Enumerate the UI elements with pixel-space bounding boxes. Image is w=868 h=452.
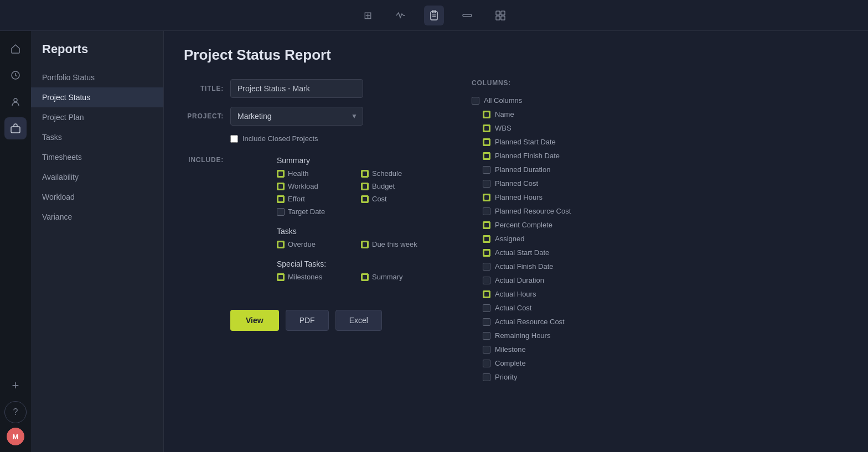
user-avatar[interactable]: M bbox=[7, 428, 24, 445]
col-priority[interactable]: Priority bbox=[472, 370, 846, 381]
col-actual-resource-cost[interactable]: Actual Resource Cost bbox=[472, 315, 846, 329]
planned-resource-cost-checkbox[interactable] bbox=[483, 207, 490, 215]
milestones-checkbox[interactable] bbox=[277, 273, 285, 281]
col-percent-complete[interactable]: Percent Complete bbox=[472, 218, 846, 232]
sidebar-item-tasks[interactable]: Tasks bbox=[31, 127, 163, 147]
col-milestone[interactable]: Milestone bbox=[472, 342, 846, 356]
add-nav-btn[interactable]: + bbox=[4, 375, 27, 397]
actual-start-checkbox[interactable] bbox=[483, 249, 490, 257]
name-checkbox[interactable] bbox=[483, 111, 490, 118]
actual-duration-checkbox[interactable] bbox=[483, 277, 490, 284]
wbs-checkbox[interactable] bbox=[483, 124, 490, 132]
percent-complete-checkbox[interactable] bbox=[483, 221, 490, 229]
sidebar: Reports Portfolio Status Project Status … bbox=[31, 31, 164, 452]
overdue-check[interactable]: Overdue bbox=[277, 240, 354, 248]
workload-checkbox[interactable] bbox=[277, 183, 285, 190]
sidebar-item-variance[interactable]: Variance bbox=[31, 207, 163, 227]
main-content: Project Status Report TITLE: PROJECT: Ma… bbox=[164, 31, 868, 452]
help-nav-btn[interactable]: ? bbox=[4, 401, 27, 423]
col-actual-finish-date[interactable]: Actual Finish Date bbox=[472, 259, 846, 273]
pdf-button[interactable]: PDF bbox=[286, 310, 329, 331]
milestone-checkbox[interactable] bbox=[483, 346, 490, 354]
planned-cost-checkbox[interactable] bbox=[483, 180, 490, 188]
assigned-checkbox[interactable] bbox=[483, 235, 490, 243]
sidebar-item-portfolio-status[interactable]: Portfolio Status bbox=[31, 67, 163, 87]
columns-scroll[interactable]: All Columns Name WBS Planned Start Date bbox=[472, 93, 848, 381]
home-nav-btn[interactable] bbox=[4, 38, 27, 60]
effort-checkbox[interactable] bbox=[277, 195, 285, 203]
col-planned-finish-date[interactable]: Planned Finish Date bbox=[472, 149, 846, 163]
project-select[interactable]: Marketing Sales Engineering HR bbox=[230, 107, 363, 126]
icon-nav-bottom: + ? M bbox=[4, 375, 27, 452]
all-columns-checkbox[interactable] bbox=[472, 97, 479, 105]
col-planned-hours[interactable]: Planned Hours bbox=[472, 190, 846, 204]
include-closed-checkbox[interactable] bbox=[230, 135, 238, 143]
workload-check[interactable]: Workload bbox=[277, 182, 354, 190]
col-assigned[interactable]: Assigned bbox=[472, 232, 846, 246]
milestones-check[interactable]: Milestones bbox=[277, 273, 354, 281]
link-toolbar-btn[interactable] bbox=[457, 6, 477, 25]
target-date-check[interactable]: Target Date bbox=[277, 207, 354, 216]
clipboard-toolbar-btn[interactable] bbox=[424, 6, 444, 25]
col-actual-hours[interactable]: Actual Hours bbox=[472, 287, 846, 301]
actual-hours-checkbox[interactable] bbox=[483, 290, 490, 298]
budget-check[interactable]: Budget bbox=[361, 182, 438, 190]
planned-finish-checkbox[interactable] bbox=[483, 152, 490, 160]
planned-hours-checkbox[interactable] bbox=[483, 194, 490, 201]
cost-checkbox[interactable] bbox=[361, 195, 369, 203]
col-name[interactable]: Name bbox=[472, 107, 846, 121]
pulse-toolbar-btn[interactable] bbox=[391, 6, 411, 25]
sidebar-item-workload[interactable]: Workload bbox=[31, 187, 163, 207]
planned-duration-checkbox[interactable] bbox=[483, 166, 490, 174]
health-check[interactable]: Health bbox=[277, 169, 354, 178]
form-left: TITLE: PROJECT: Marketing Sales Engineer… bbox=[184, 79, 438, 331]
priority-checkbox[interactable] bbox=[483, 373, 490, 381]
layout-toolbar-btn[interactable] bbox=[490, 6, 510, 25]
excel-button[interactable]: Excel bbox=[335, 310, 382, 331]
cost-check[interactable]: Cost bbox=[361, 195, 438, 203]
actual-finish-checkbox[interactable] bbox=[483, 263, 490, 271]
col-actual-cost[interactable]: Actual Cost bbox=[472, 301, 846, 315]
overdue-checkbox[interactable] bbox=[277, 241, 285, 248]
actual-cost-checkbox[interactable] bbox=[483, 304, 490, 312]
col-planned-start-date[interactable]: Planned Start Date bbox=[472, 135, 846, 149]
col-planned-resource-cost[interactable]: Planned Resource Cost bbox=[472, 204, 846, 218]
clock-nav-btn[interactable] bbox=[4, 64, 27, 86]
target-date-checkbox[interactable] bbox=[277, 208, 285, 216]
svg-rect-6 bbox=[501, 11, 505, 15]
col-wbs[interactable]: WBS bbox=[472, 121, 846, 135]
remaining-hours-checkbox[interactable] bbox=[483, 332, 490, 340]
sidebar-item-timesheets[interactable]: Timesheets bbox=[31, 147, 163, 167]
summary-check[interactable]: Summary bbox=[361, 273, 438, 281]
col-complete[interactable]: Complete bbox=[472, 356, 846, 370]
summary-special-checkbox[interactable] bbox=[361, 273, 369, 281]
sidebar-item-availability[interactable]: Availability bbox=[31, 167, 163, 187]
complete-checkbox[interactable] bbox=[483, 360, 490, 367]
due-this-week-checkbox[interactable] bbox=[361, 241, 369, 248]
col-all-columns[interactable]: All Columns bbox=[472, 93, 846, 107]
actual-resource-cost-checkbox[interactable] bbox=[483, 318, 490, 326]
col-planned-cost[interactable]: Planned Cost bbox=[472, 176, 846, 190]
sidebar-item-project-plan[interactable]: Project Plan bbox=[31, 107, 163, 127]
col-actual-duration[interactable]: Actual Duration bbox=[472, 273, 846, 287]
svg-rect-8 bbox=[501, 16, 505, 20]
view-button[interactable]: View bbox=[230, 310, 279, 331]
search-toolbar-btn[interactable]: ⊞ bbox=[358, 6, 378, 25]
briefcase-nav-btn[interactable] bbox=[4, 117, 27, 139]
page-title: Project Status Report bbox=[184, 46, 848, 64]
col-planned-duration[interactable]: Planned Duration bbox=[472, 163, 846, 176]
effort-check[interactable]: Effort bbox=[277, 195, 354, 203]
col-actual-start-date[interactable]: Actual Start Date bbox=[472, 246, 846, 259]
budget-checkbox[interactable] bbox=[361, 183, 369, 190]
sidebar-item-project-status[interactable]: Project Status bbox=[31, 87, 163, 107]
planned-start-checkbox[interactable] bbox=[483, 138, 490, 146]
schedule-checkbox[interactable] bbox=[361, 170, 369, 178]
schedule-check[interactable]: Schedule bbox=[361, 169, 438, 178]
health-checkbox[interactable] bbox=[277, 170, 285, 178]
tasks-checks: Overdue Due this week bbox=[277, 240, 438, 248]
summary-special-label: Summary bbox=[372, 273, 403, 281]
col-remaining-hours[interactable]: Remaining Hours bbox=[472, 329, 846, 342]
people-nav-btn[interactable] bbox=[4, 91, 27, 113]
due-this-week-check[interactable]: Due this week bbox=[361, 240, 438, 248]
title-input[interactable] bbox=[230, 79, 363, 98]
